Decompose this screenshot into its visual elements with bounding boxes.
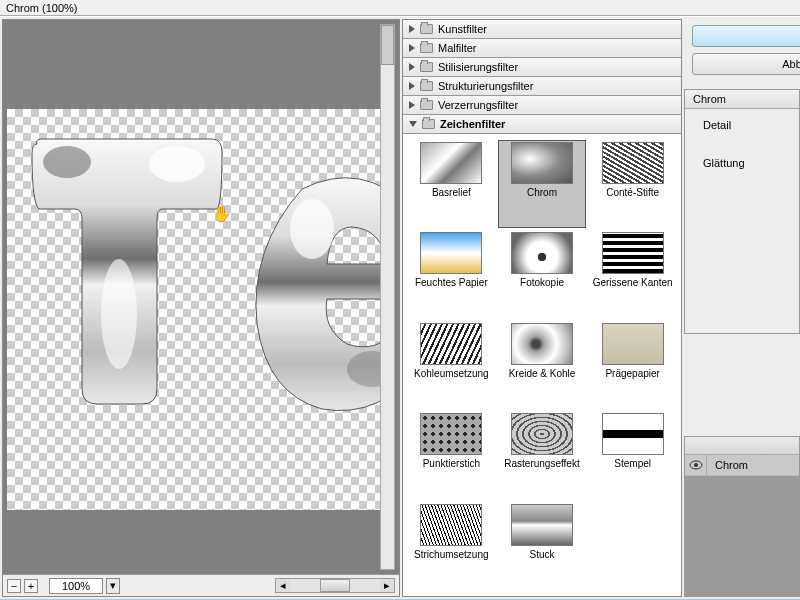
filter-thumbnail[interactable]: Conté-Stifte (588, 140, 677, 228)
dialog-body: ✋ − + 100% ▾ ◂▸ Kunstfilter Malfilter St… (0, 16, 800, 599)
filter-category[interactable]: Verzerrungsfilter (403, 96, 681, 115)
filter-thumbnail[interactable]: Gerissene Kanten (588, 230, 677, 318)
preview-vertical-scrollbar[interactable] (380, 24, 395, 570)
thumbnail-image (420, 232, 482, 274)
folder-icon (420, 24, 433, 34)
filter-thumbnail[interactable]: Feuchtes Papier (407, 230, 496, 318)
category-label: Verzerrungsfilter (438, 99, 518, 111)
thumbnail-label: Gerissene Kanten (593, 277, 673, 288)
category-label: Zeichenfilter (440, 118, 505, 130)
thumbnail-label: Prägepapier (605, 368, 659, 379)
folder-icon (420, 81, 433, 91)
thumbnail-label: Kreide & Kohle (509, 368, 576, 379)
thumbnail-image (602, 413, 664, 455)
disclosure-triangle-icon (409, 82, 415, 90)
filter-thumbnail[interactable]: Strichumsetzung (407, 502, 496, 590)
disclosure-triangle-icon (409, 44, 415, 52)
filter-browser: Kunstfilter Malfilter Stilisierungsfilte… (402, 19, 682, 597)
svg-point-0 (43, 146, 91, 178)
thumbnail-image (511, 413, 573, 455)
effect-layer-name: Chrom (707, 456, 756, 474)
hand-cursor-icon: ✋ (212, 204, 232, 223)
thumbnail-image (420, 504, 482, 546)
thumbnail-label: Stuck (529, 549, 554, 560)
thumbnail-label: Chrom (527, 187, 557, 198)
thumbnail-image (602, 323, 664, 365)
filter-thumbnail[interactable]: Kreide & Kohle (498, 321, 587, 409)
thumbnail-label: Rasterungseffekt (504, 458, 579, 469)
detail-label: Detail (703, 119, 731, 131)
thumbnail-image (602, 232, 664, 274)
svg-point-6 (694, 463, 698, 467)
folder-icon (420, 62, 433, 72)
settings-pane: Abb Chrom Detail Glättung Chrom (684, 19, 800, 597)
filter-thumbnail[interactable]: Stuck (498, 502, 587, 590)
effect-layer-row[interactable]: Chrom (685, 455, 799, 476)
zoom-out-button[interactable]: − (7, 579, 21, 593)
thumbnail-label: Strichumsetzung (414, 549, 488, 560)
preview-horizontal-scrollbar[interactable]: ◂▸ (275, 578, 395, 593)
effect-layers-panel: Chrom (684, 436, 800, 597)
parameters-panel: Chrom Detail Glättung (684, 89, 800, 334)
filter-thumbnail[interactable]: Punktierstich (407, 411, 496, 499)
smooth-label: Glättung (703, 157, 745, 169)
zoom-field[interactable]: 100% (49, 578, 103, 594)
folder-icon (420, 43, 433, 53)
window-title: Chrom (100%) (6, 2, 78, 14)
folder-icon (422, 119, 435, 129)
preview-letter (27, 134, 227, 414)
thumbnail-label: Conté-Stifte (606, 187, 659, 198)
thumbnail-image (511, 504, 573, 546)
disclosure-triangle-icon (409, 25, 415, 33)
svg-point-3 (290, 199, 334, 259)
thumbnail-label: Kohleumsetzung (414, 368, 489, 379)
filter-category[interactable]: Kunstfilter (403, 20, 681, 39)
eye-icon (689, 460, 703, 470)
filter-thumbnail[interactable]: Prägepapier (588, 321, 677, 409)
thumbnail-image (420, 323, 482, 365)
zoom-in-button[interactable]: + (24, 579, 38, 593)
category-label: Kunstfilter (438, 23, 487, 35)
thumbnail-label: Fotokopie (520, 277, 564, 288)
filter-thumbnail[interactable]: Basrelief (407, 140, 496, 228)
preview-canvas[interactable]: ✋ (7, 109, 381, 510)
preview-letter (252, 169, 381, 439)
filter-thumbnails: Basrelief Chrom Conté-Stifte Feuchtes Pa… (403, 134, 681, 596)
thumbnail-label: Feuchtes Papier (415, 277, 488, 288)
preview-area[interactable]: ✋ (3, 20, 399, 574)
category-label: Strukturierungsfilter (438, 80, 533, 92)
thumbnail-image (511, 323, 573, 365)
filter-category[interactable]: Stilisierungsfilter (403, 58, 681, 77)
disclosure-triangle-icon (409, 121, 417, 127)
ok-button[interactable] (692, 25, 800, 47)
filter-thumbnail[interactable]: Rasterungseffekt (498, 411, 587, 499)
filter-thumbnail[interactable]: Stempel (588, 411, 677, 499)
category-label: Stilisierungsfilter (438, 61, 518, 73)
disclosure-triangle-icon (409, 101, 415, 109)
filter-category[interactable]: Zeichenfilter (403, 115, 681, 134)
preview-pane: ✋ − + 100% ▾ ◂▸ (2, 19, 400, 597)
thumbnail-image (420, 142, 482, 184)
disclosure-triangle-icon (409, 63, 415, 71)
visibility-toggle[interactable] (685, 455, 707, 475)
folder-icon (420, 100, 433, 110)
zoom-dropdown[interactable]: ▾ (106, 578, 120, 594)
filter-thumbnail[interactable]: Chrom (498, 140, 587, 228)
thumbnail-image (511, 142, 573, 184)
filter-thumbnail[interactable]: Fotokopie (498, 230, 587, 318)
cancel-button[interactable]: Abb (692, 53, 800, 75)
thumbnail-label: Punktierstich (423, 458, 480, 469)
filter-category[interactable]: Strukturierungsfilter (403, 77, 681, 96)
svg-point-2 (101, 259, 137, 369)
thumbnail-image (511, 232, 573, 274)
thumbnail-label: Basrelief (432, 187, 471, 198)
filter-category[interactable]: Malfilter (403, 39, 681, 58)
filter-thumbnail[interactable]: Kohleumsetzung (407, 321, 496, 409)
zoom-bar: − + 100% ▾ ◂▸ (3, 574, 399, 596)
parameters-title: Chrom (685, 90, 799, 109)
thumbnail-image (420, 413, 482, 455)
category-label: Malfilter (438, 42, 477, 54)
thumbnail-image (602, 142, 664, 184)
svg-point-1 (149, 146, 205, 182)
thumbnail-label: Stempel (614, 458, 651, 469)
